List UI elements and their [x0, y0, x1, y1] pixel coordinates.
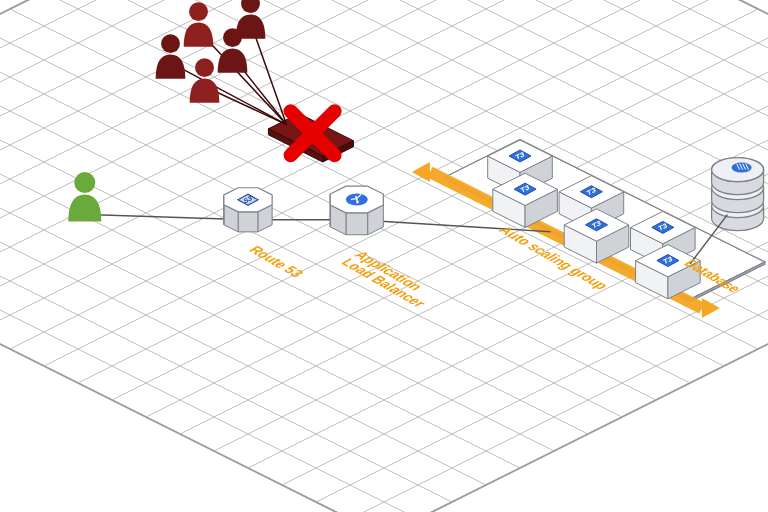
svg-point-124: [195, 58, 214, 77]
architecture-diagram: T3T3T3T3T3T353Route 53ApplicationLoad Ba…: [0, 0, 768, 512]
svg-point-122: [189, 2, 208, 21]
database: [712, 158, 764, 231]
alb-icon: [346, 194, 368, 206]
svg-point-121: [161, 34, 180, 53]
route53-node: 53: [224, 188, 272, 232]
svg-point-126: [74, 172, 95, 193]
svg-marker-101: [238, 212, 258, 232]
svg-marker-107: [346, 213, 368, 235]
alb-node: [330, 186, 383, 235]
